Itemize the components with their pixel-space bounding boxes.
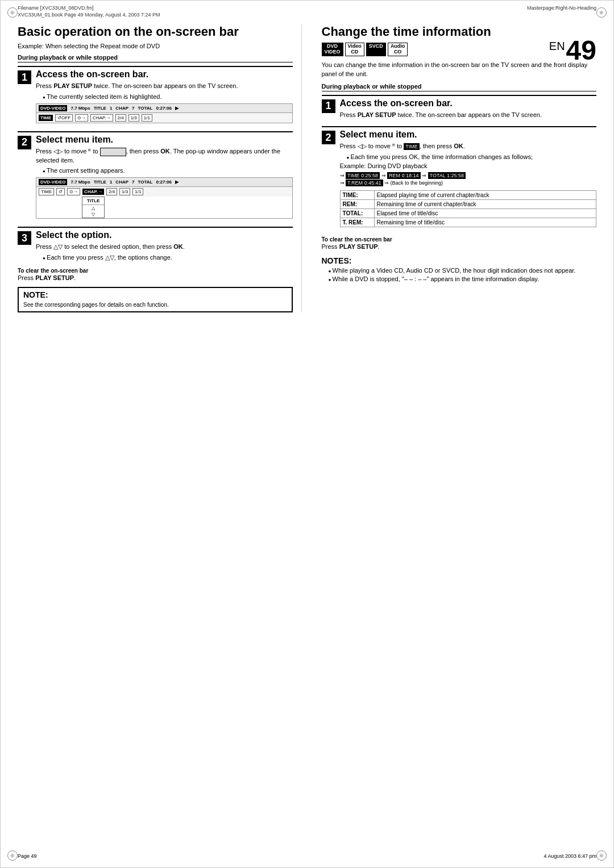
right-step1-text: Press PLAY SETUP twice. The on-screen ba… xyxy=(340,111,597,119)
left-during-label: During playback or while stopped xyxy=(18,54,293,62)
masterpage-label: Masterpage:Right-No-Heading xyxy=(527,5,596,11)
step2-title: Select menu item. xyxy=(36,135,293,145)
step1-number: 1 xyxy=(18,70,31,84)
step1-text: Press PLAY SETUP twice. The on-screen ba… xyxy=(36,82,293,90)
bookline-label: XVC33UM_01.book Page 49 Monday, August 4… xyxy=(18,12,160,18)
time-label-total: TOTAL: xyxy=(340,209,374,218)
dvd-chap-label1: CHAP xyxy=(115,106,128,111)
right-step1-number: 1 xyxy=(322,99,335,113)
right-step2-text: Press ◁▷ to move ᴿ to TIME, then press O… xyxy=(340,142,597,151)
to-clear-label: To clear the on-screen bar xyxy=(18,268,293,274)
footer: Page 49 4 August 2003 6:47 pm xyxy=(1,853,613,859)
left-step1: 1 Access the on-screen bar. Press PLAY S… xyxy=(18,66,293,126)
page-en-label: EN xyxy=(549,40,565,52)
footer-page: Page 49 xyxy=(18,853,37,859)
badge-svcd: SVCD xyxy=(366,43,386,56)
to-clear-section: To clear the on-screen bar Press PLAY SE… xyxy=(18,268,293,282)
dvd-total-label1: TOTAL xyxy=(138,106,152,111)
reg-mark-tl: ⊕ xyxy=(7,7,18,18)
dvd-chap-arrow2: CHAP.→ xyxy=(82,189,104,195)
dvd-mbps1: 7.7 Mbps xyxy=(70,106,90,111)
right-step2: 2 Select menu item. Press ◁▷ to move ᴿ t… xyxy=(322,126,597,232)
dvd-repeat1: ↺OFF xyxy=(55,114,73,122)
time-row-rem: REM: Remaining time of current chapter/t… xyxy=(340,200,596,209)
time-desc-total: Elapsed time of title/disc xyxy=(374,209,596,218)
time-label-trem: T. REM: xyxy=(340,218,374,227)
note-text: See the corresponding pages for details … xyxy=(23,301,287,309)
left-column: Basic operation on the on-screen bar Exa… xyxy=(18,24,302,312)
note-box: NOTE: See the corresponding pages for de… xyxy=(18,287,293,312)
left-step3: 3 Select the option. Press △▽ to select … xyxy=(18,227,293,262)
time-label-rem: REM: xyxy=(340,200,374,209)
dvd-search2: ⊙→ xyxy=(67,188,80,195)
dvd-11-2: 1/1 xyxy=(132,188,143,195)
example-line2: ⇒ T.REM 0:45:41 ⇒ (Back to the beginning… xyxy=(340,180,597,186)
time-row-total: TOTAL: Elapsed time of title/disc xyxy=(340,209,596,218)
time-row-trem: T. REM: Remaining time of title/disc xyxy=(340,218,596,227)
time-desc-time: Elapsed playing time of current chapter/… xyxy=(374,191,596,200)
dvd-chap-arrow1: CHAP.→ xyxy=(90,114,113,122)
dvd-label1: DVD-VIDEO xyxy=(39,105,67,111)
dvd-title-num1: 1 xyxy=(110,106,112,111)
left-subtitle: Example: When selecting the Repeat mode … xyxy=(18,43,293,49)
dvd-play-icon2: ▶ xyxy=(175,180,179,185)
time-box: TIME xyxy=(404,143,420,150)
dvd-24-1: 2/4 xyxy=(115,114,126,122)
dvd-bar1: DVD-VIDEO 7.7 Mbps TITLE 1 CHAP 7 TOTAL … xyxy=(36,103,293,123)
dvd-mbps2: 7.7 Mbps xyxy=(70,180,90,185)
dvd-play-icon1: ▶ xyxy=(175,106,179,111)
badge-video-cd: Video CD xyxy=(345,43,364,56)
badge-audio-cd: Audio CO xyxy=(388,43,408,56)
right-to-clear-text: Press PLAY SETUP. xyxy=(322,243,597,251)
time-table: TIME: Elapsed playing time of current ch… xyxy=(340,190,597,227)
right-step1-content: Access the on-screen bar. Press PLAY SET… xyxy=(340,98,597,122)
step2-text: Press ◁▷ to move ᴿ to , then press OK. T… xyxy=(36,147,293,165)
dvd-time-sel1: TIME xyxy=(39,115,53,121)
step1-title: Access the on-screen bar. xyxy=(36,69,293,80)
note-item-1: While playing a Video CD, Audio CD or SV… xyxy=(329,267,597,274)
popup-up-arrow: △ xyxy=(82,205,104,211)
time-desc-trem: Remaining time of title/disc xyxy=(374,218,596,227)
notes-title: NOTES: xyxy=(322,256,597,265)
dvd-chap-num2: 7 xyxy=(132,180,134,185)
dvd-24-2: 2/4 xyxy=(106,188,117,195)
right-step1: 1 Access the on-screen bar. Press PLAY S… xyxy=(322,95,597,122)
step1-bullet: The currently selected item is highlight… xyxy=(43,93,293,100)
example-line1: ⇒ TIME 0:25:58 ⇒ REM 0:18:14 ⇒ TOTAL 1:2… xyxy=(340,173,597,178)
page-number-label: 49 xyxy=(566,35,596,65)
dvd-chap-num1: 7 xyxy=(132,106,134,111)
dvd-title-num2: 1 xyxy=(110,180,112,185)
popup-down-arrow: ▽ xyxy=(82,211,104,218)
right-step2-number: 2 xyxy=(322,131,335,144)
dvd-time2: TIME xyxy=(39,188,54,195)
dvd-11-1: 1/1 xyxy=(142,114,152,122)
footer-date: 4 August 2003 6:47 pm xyxy=(544,853,596,859)
step3-number: 3 xyxy=(18,231,31,245)
step2-bullet: The current setting appears. xyxy=(43,167,293,174)
badge-dvd-video: DVD VIDEO xyxy=(322,43,343,56)
left-main-title: Basic operation on the on-screen bar xyxy=(18,24,293,39)
right-column: Change the time information DVD VIDEO Vi… xyxy=(319,24,597,312)
dvd-13-2: 1/3 xyxy=(119,188,130,195)
note-item-2: While a DVD is stopped, "– – : – –" appe… xyxy=(329,276,597,282)
dvd-title-label1: TITLE xyxy=(94,106,106,111)
to-clear-text: Press PLAY SETUP. xyxy=(18,274,293,282)
step3-title: Select the option. xyxy=(36,230,293,240)
time-label-time: TIME: xyxy=(340,191,374,200)
dvd-repeat2: ↺ xyxy=(56,188,65,195)
right-step1-title: Access the on-screen bar. xyxy=(340,98,597,108)
left-step2: 2 Select menu item. Press ◁▷ to move ᴿ t… xyxy=(18,131,293,223)
dvd-total-label2: TOTAL xyxy=(138,180,152,185)
right-step2-content: Select menu item. Press ◁▷ to move ᴿ to … xyxy=(340,130,597,232)
dvd-total-time2: 0:27:06 xyxy=(156,180,172,185)
dvd-total-time1: 0:27:06 xyxy=(156,106,172,111)
step2-content: Select menu item. Press ◁▷ to move ᴿ to … xyxy=(36,135,293,223)
filename-label: Filename [XVC33UM_08DVD.fm] xyxy=(18,5,160,11)
time-desc-rem: Remaining time of current chapter/track xyxy=(374,200,596,209)
step3-content: Select the option. Press △▽ to select th… xyxy=(36,230,293,262)
top-meta-bar: Filename [XVC33UM_08DVD.fm] XVC33UM_01.b… xyxy=(1,1,613,19)
dvd-chap-label2: CHAP xyxy=(115,180,128,185)
page-number-area: EN49 xyxy=(549,35,596,66)
dvd-label2: DVD-VIDEO xyxy=(39,179,67,185)
note-title: NOTE: xyxy=(23,290,287,299)
